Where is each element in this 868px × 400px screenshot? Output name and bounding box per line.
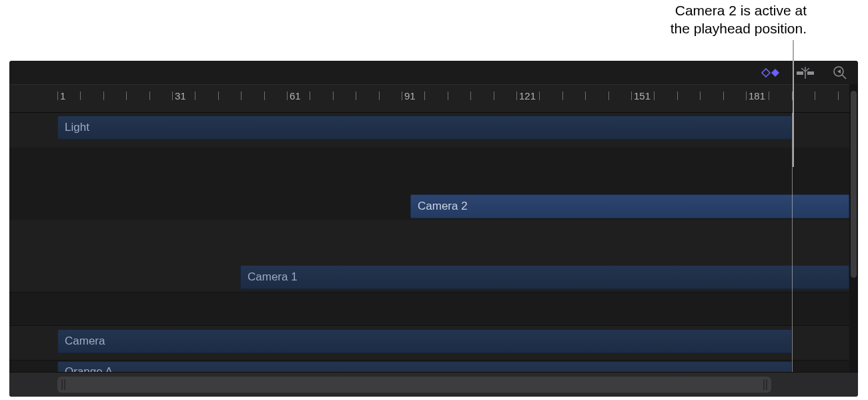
ruler-major-tick <box>287 91 288 100</box>
ruler-major-tick <box>402 91 402 100</box>
ruler-major-tick <box>172 91 173 100</box>
ruler-label: 91 <box>404 90 416 102</box>
ruler-label: 151 <box>634 90 650 102</box>
svg-rect-1 <box>807 71 814 75</box>
ruler-minor-tick <box>562 91 563 100</box>
annotation-line-2: the playhead position. <box>671 19 807 37</box>
ruler-minor-tick <box>126 91 127 100</box>
ruler-minor-tick <box>310 91 310 100</box>
ruler-minor-tick <box>218 91 219 100</box>
ruler-minor-tick <box>815 91 815 100</box>
ruler-minor-tick <box>769 91 769 100</box>
clip-camera2[interactable]: Camera 2 <box>410 194 849 218</box>
ruler-minor-tick <box>448 91 448 100</box>
ruler-minor-tick <box>356 91 356 100</box>
clip-light[interactable]: Light <box>57 116 792 140</box>
ruler-minor-tick <box>608 91 609 100</box>
ruler-minor-tick <box>264 91 265 100</box>
ruler-minor-tick <box>379 91 380 100</box>
ruler-label: 181 <box>749 90 765 102</box>
ruler-major-tick <box>631 91 632 100</box>
ruler-label: 61 <box>290 90 301 102</box>
ruler-minor-tick <box>333 91 334 100</box>
svg-line-3 <box>801 68 805 71</box>
annotation-leader-line <box>793 40 794 167</box>
ruler-minor-tick <box>539 91 540 100</box>
ruler-minor-tick <box>241 91 242 100</box>
ruler-minor-tick <box>80 91 81 100</box>
horizontal-scrollbar[interactable] <box>9 372 858 397</box>
ruler-minor-tick <box>654 91 655 100</box>
svg-rect-0 <box>797 71 803 75</box>
ruler-minor-tick <box>195 91 195 100</box>
ruler-label: 1 <box>60 90 65 102</box>
scrollbar-grip-right[interactable] <box>763 379 767 390</box>
zoom-icon[interactable] <box>830 65 850 80</box>
timeline-tracks: LightCamera 2Camera 1CameraOrange A2 Obj… <box>9 113 849 372</box>
ruler-minor-tick <box>585 91 586 100</box>
ruler-minor-tick <box>677 91 678 100</box>
ruler-minor-tick <box>700 91 701 100</box>
ruler-major-tick <box>516 91 517 100</box>
ruler-minor-tick <box>723 91 724 100</box>
annotation-caption: Camera 2 is active at the playhead posit… <box>671 1 807 37</box>
svg-marker-7 <box>837 69 841 73</box>
timeline-ruler[interactable]: 1316191121151181 <box>9 84 849 113</box>
vertical-scrollbar-thumb[interactable] <box>851 91 857 278</box>
ruler-minor-tick <box>838 91 839 100</box>
ruler-major-tick <box>746 91 747 100</box>
ruler-minor-tick <box>424 91 425 100</box>
ruler-label: 121 <box>519 90 536 102</box>
annotation-line-1: Camera 2 is active at <box>671 1 807 19</box>
clip-camera[interactable]: Camera <box>57 329 792 353</box>
snapping-icon[interactable] <box>795 65 815 80</box>
timeline-panel: 1316191121151181 LightCamera 2Camera 1Ca… <box>9 61 858 397</box>
ruler-major-tick <box>57 91 58 100</box>
ruler-minor-tick <box>149 91 150 100</box>
ruler-minor-tick <box>470 91 471 100</box>
timeline-toolbar <box>9 61 858 84</box>
ruler-minor-tick <box>494 91 494 100</box>
vertical-scrollbar[interactable] <box>849 84 858 372</box>
keyframe-icon[interactable] <box>761 65 781 80</box>
ruler-minor-tick <box>103 91 104 100</box>
ruler-label: 31 <box>175 90 186 102</box>
scrollbar-grip-left[interactable] <box>61 379 65 390</box>
svg-line-6 <box>842 75 846 79</box>
clip-camera1[interactable]: Camera 1 <box>240 265 849 289</box>
svg-line-4 <box>805 68 809 71</box>
track-row <box>9 292 849 325</box>
horizontal-scrollbar-thumb[interactable] <box>57 377 771 393</box>
